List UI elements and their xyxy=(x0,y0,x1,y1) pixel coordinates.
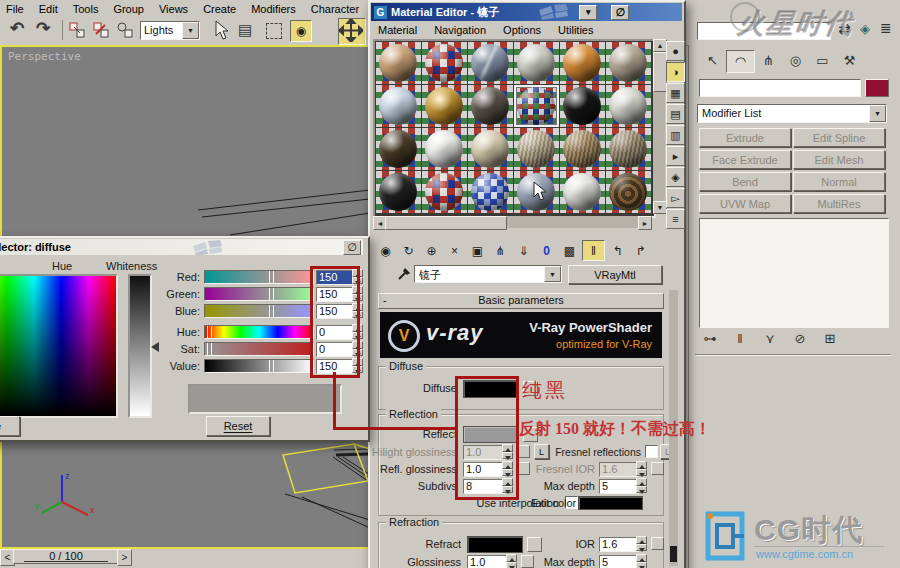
refraction-glossiness-spinner[interactable]: 1.0 xyxy=(467,555,509,568)
go-forward-sibling-icon[interactable]: ↱ xyxy=(630,241,651,260)
make-unique-stack-icon[interactable]: ⋎ xyxy=(761,331,779,346)
pick-material-eyedropper-icon[interactable] xyxy=(396,265,413,282)
selection-filter-dropdown[interactable]: Lights ▼ xyxy=(140,21,200,40)
menu-group[interactable]: Group xyxy=(113,3,144,15)
background-icon[interactable]: ▦ xyxy=(666,83,685,103)
scrollbar-thumb-h[interactable] xyxy=(385,216,507,230)
go-to-parent-icon[interactable]: ↰ xyxy=(607,241,628,260)
make-preview-icon[interactable]: ▸ xyxy=(666,146,685,166)
material-slot-10[interactable] xyxy=(514,85,559,127)
redo-icon[interactable]: ↷ xyxy=(36,18,50,39)
ior-arrows[interactable] xyxy=(636,536,647,551)
material-slot-17[interactable] xyxy=(560,128,605,170)
refract-color-swatch[interactable] xyxy=(467,536,523,553)
material-slot-9[interactable] xyxy=(468,85,513,127)
max-depth-spinner[interactable]: 5 xyxy=(599,479,639,494)
refraction-max-depth-spinner[interactable]: 5 xyxy=(599,555,639,568)
material-slot-2[interactable] xyxy=(422,42,467,84)
backlight-icon[interactable]: ◑ xyxy=(666,62,685,82)
modifier-button-bend[interactable]: Bend xyxy=(699,172,791,191)
hue-slider-handle[interactable] xyxy=(207,326,212,338)
sample-vertical-scrollbar[interactable]: ▲ ▼ xyxy=(653,39,665,214)
modifier-button-normal[interactable]: Normal xyxy=(793,172,885,191)
object-color-swatch[interactable] xyxy=(865,79,889,97)
menu-character[interactable]: Character xyxy=(311,3,359,15)
material-slot-20[interactable] xyxy=(422,171,467,213)
options-icon[interactable]: ◈ xyxy=(666,167,685,187)
put-material-to-scene-icon[interactable]: ↻ xyxy=(398,241,419,260)
blue-slider[interactable] xyxy=(204,304,314,318)
blue-slider-handle[interactable] xyxy=(269,305,274,317)
me-menu-navigation[interactable]: Navigation xyxy=(434,24,486,36)
show-end-result-stack-icon[interactable]: ‖ xyxy=(731,331,749,346)
modifier-button-face-extrude[interactable]: Face Extrude xyxy=(699,150,791,169)
ior-spinner[interactable]: 1.6 xyxy=(599,537,639,552)
close-button[interactable]: Close xyxy=(0,416,20,436)
menu-create[interactable]: Create xyxy=(203,3,236,15)
green-slider-handle[interactable] xyxy=(269,288,274,300)
tab-hierarchy-icon[interactable]: ⋔ xyxy=(755,50,782,71)
menu-modifiers[interactable]: Modifiers xyxy=(251,3,296,15)
select-object-icon[interactable] xyxy=(212,20,230,40)
undo-icon[interactable]: ↶ xyxy=(10,18,24,39)
fresnel-ior-spinner[interactable]: 1.6 xyxy=(599,462,639,477)
selection-filter-arrow[interactable]: ▼ xyxy=(182,22,199,39)
modifier-list-dropdown[interactable]: Modifier List ▼ xyxy=(697,104,887,123)
modifier-button-edit-mesh[interactable]: Edit Mesh xyxy=(793,150,885,169)
tab-create-icon[interactable]: ↖ xyxy=(699,50,726,71)
tab-motion-icon[interactable]: ◎ xyxy=(782,50,809,71)
material-slot-14[interactable] xyxy=(422,128,467,170)
tab-utilities-icon[interactable]: ⚒ xyxy=(836,50,863,71)
rollout-basic-parameters[interactable]: - Basic parameters xyxy=(378,293,664,309)
put-to-library-icon[interactable]: ⇓ xyxy=(513,241,534,260)
material-name-dropdown[interactable]: 镜子 ▼ xyxy=(414,265,562,283)
window-crossing-toggle-icon[interactable]: ◉ xyxy=(290,20,312,42)
exit-color-swatch[interactable] xyxy=(578,496,643,510)
sample-horizontal-scrollbar[interactable]: ◄ ► xyxy=(373,216,652,228)
fresnel-ior-map-button[interactable] xyxy=(651,462,664,475)
me-menu-options[interactable]: Options xyxy=(503,24,541,36)
material-slot-22[interactable] xyxy=(514,171,559,213)
material-name-arrow[interactable]: ▼ xyxy=(544,266,561,282)
menu-views[interactable]: Views xyxy=(159,3,188,15)
green-slider[interactable] xyxy=(204,287,314,301)
material-type-button[interactable]: VRayMtl xyxy=(568,265,662,284)
assign-material-to-selection-icon[interactable]: ⊕ xyxy=(421,241,442,260)
make-material-copy-icon[interactable]: ▣ xyxy=(467,241,488,260)
modifier-button-multires[interactable]: MultiRes xyxy=(793,194,885,213)
material-slot-3[interactable] xyxy=(468,42,513,84)
time-slider[interactable]: < 0 / 100 > xyxy=(0,549,131,564)
time-slider-track[interactable]: 0 / 100 xyxy=(13,549,119,564)
me-menu-material[interactable]: Material xyxy=(378,24,417,36)
red-slider-handle[interactable] xyxy=(269,271,274,283)
material-slot-7[interactable] xyxy=(376,85,421,127)
close-button[interactable]: ∅ xyxy=(611,5,629,20)
mirror-icon[interactable]: ⇄ xyxy=(838,20,851,38)
select-and-link-icon[interactable] xyxy=(68,21,86,39)
hilight-lock-button[interactable]: L xyxy=(534,444,549,459)
tab-modify-icon[interactable]: ◠ xyxy=(726,50,755,73)
material-slot-15[interactable] xyxy=(468,128,513,170)
sample-uv-tiling-icon[interactable]: ▤ xyxy=(666,104,685,124)
material-slot-21[interactable] xyxy=(468,171,513,213)
configure-modifier-sets-icon[interactable]: ⊞ xyxy=(821,331,839,346)
reset-button[interactable]: Reset xyxy=(206,416,270,436)
sample-type-icon[interactable]: ● xyxy=(666,41,685,61)
material-id-channel-icon[interactable]: 0 xyxy=(536,241,557,260)
align-icon[interactable]: ◈ xyxy=(860,21,870,36)
menu-tools[interactable]: Tools xyxy=(73,3,99,15)
scrollbar-thumb[interactable] xyxy=(653,52,667,92)
minimize-button[interactable]: ▾ xyxy=(579,5,597,20)
select-by-material-icon[interactable]: ▻ xyxy=(666,188,685,208)
sat-slider-handle[interactable] xyxy=(207,343,212,355)
menu-file[interactable]: File xyxy=(6,3,24,15)
show-end-result-icon[interactable]: ‖ xyxy=(582,240,605,261)
me-menu-utilities[interactable]: Utilities xyxy=(558,24,593,36)
get-material-icon[interactable]: ◉ xyxy=(375,241,396,260)
material-slot-5[interactable] xyxy=(560,42,605,84)
remove-modifier-icon[interactable]: ⊘ xyxy=(791,331,809,346)
fresnel-ior-arrows[interactable] xyxy=(636,461,647,476)
bind-to-spacewarp-icon[interactable] xyxy=(116,21,134,39)
layer-manager-icon[interactable]: ≣ xyxy=(880,20,892,36)
show-map-in-viewport-icon[interactable]: ▩ xyxy=(559,241,580,260)
